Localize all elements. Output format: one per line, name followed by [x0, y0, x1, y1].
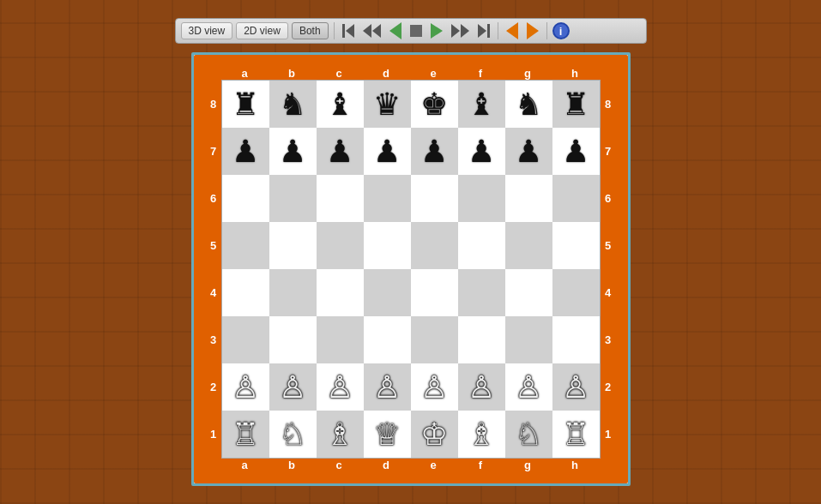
- cell-a3[interactable]: [222, 316, 269, 363]
- rank-label-3-right: 3: [601, 316, 616, 363]
- cell-a8[interactable]: ♜: [222, 81, 269, 128]
- cell-a5[interactable]: [222, 222, 269, 269]
- cell-g7[interactable]: ♟: [505, 128, 552, 175]
- rank-label-2-left: 2: [206, 363, 221, 411]
- cell-e2[interactable]: ♙: [411, 363, 458, 411]
- cell-h3[interactable]: [552, 316, 600, 363]
- info-button[interactable]: i: [552, 22, 570, 39]
- cell-g5[interactable]: [505, 222, 552, 269]
- cell-c1[interactable]: ♗: [317, 411, 364, 458]
- cell-b5[interactable]: [269, 222, 317, 269]
- cell-b4[interactable]: [269, 269, 317, 316]
- piece-c8: ♝: [326, 89, 353, 120]
- cell-b3[interactable]: [269, 316, 317, 363]
- separator-2: [498, 22, 498, 39]
- cell-d2[interactable]: ♙: [364, 363, 411, 411]
- next-move-button[interactable]: [524, 21, 541, 40]
- cell-e4[interactable]: [411, 269, 458, 316]
- cell-c7[interactable]: ♟: [317, 128, 364, 175]
- file-label-b-top: b: [269, 67, 316, 80]
- cell-f8[interactable]: ♝: [458, 81, 505, 128]
- piece-h1: ♖: [562, 419, 589, 450]
- btn-2d-view[interactable]: 2D view: [236, 22, 288, 39]
- cell-e5[interactable]: [411, 222, 458, 269]
- cell-e3[interactable]: [411, 316, 458, 363]
- cell-f7[interactable]: ♟: [458, 128, 505, 175]
- cell-h2[interactable]: ♙: [552, 363, 600, 411]
- cell-d5[interactable]: [364, 222, 411, 269]
- cell-f4[interactable]: [458, 269, 505, 316]
- stop-button[interactable]: [407, 24, 425, 38]
- piece-e7: ♟: [420, 136, 448, 167]
- rewind-button[interactable]: [360, 23, 383, 39]
- rank-label-8-right: 8: [601, 81, 616, 128]
- cell-b8[interactable]: ♞: [269, 81, 317, 128]
- cell-c8[interactable]: ♝: [317, 81, 364, 128]
- cell-h5[interactable]: [552, 222, 600, 269]
- cell-b6[interactable]: [269, 175, 317, 222]
- cell-a7[interactable]: ♟: [222, 128, 269, 175]
- cell-c4[interactable]: [317, 269, 364, 316]
- cell-b1[interactable]: ♘: [269, 411, 317, 458]
- fast-forward-button[interactable]: [449, 23, 472, 39]
- cell-f5[interactable]: [458, 222, 505, 269]
- cell-a6[interactable]: [222, 175, 269, 222]
- cell-g3[interactable]: [505, 316, 552, 363]
- cell-a1[interactable]: ♖: [222, 411, 269, 458]
- cell-e6[interactable]: [411, 175, 458, 222]
- piece-g7: ♟: [515, 136, 542, 167]
- chess-board: ♜♞♝♛♚♝♞♜♟♟♟♟♟♟♟♟♙♙♙♙♙♙♙♙♖♘♗♕♔♗♘♖: [221, 80, 601, 459]
- cell-c3[interactable]: [317, 316, 364, 363]
- cell-h1[interactable]: ♖: [552, 411, 600, 458]
- cell-f1[interactable]: ♗: [458, 411, 505, 458]
- cell-c6[interactable]: [317, 175, 364, 222]
- cell-d4[interactable]: [364, 269, 411, 316]
- cell-g6[interactable]: [505, 175, 552, 222]
- prev-move-button[interactable]: [504, 21, 521, 40]
- cell-f2[interactable]: ♙: [458, 363, 505, 411]
- cell-d7[interactable]: ♟: [364, 128, 411, 175]
- cell-b7[interactable]: ♟: [269, 128, 317, 175]
- cell-d3[interactable]: [364, 316, 411, 363]
- rank-label-2-right: 2: [601, 363, 616, 411]
- piece-a2: ♙: [232, 372, 259, 403]
- cell-h6[interactable]: [552, 175, 600, 222]
- cell-c2[interactable]: ♙: [317, 363, 364, 411]
- piece-c7: ♟: [326, 136, 353, 167]
- cell-e8[interactable]: ♚: [411, 81, 458, 128]
- cell-a2[interactable]: ♙: [222, 363, 269, 411]
- rank-label-4-left: 4: [206, 269, 221, 316]
- skip-start-button[interactable]: [340, 23, 357, 39]
- board-container: a b c d e f g h 8 7 6 5 4 3 2 1: [194, 55, 628, 483]
- cell-f6[interactable]: [458, 175, 505, 222]
- cell-g8[interactable]: ♞: [505, 81, 552, 128]
- piece-d8: ♛: [373, 89, 401, 120]
- play-forward-button[interactable]: [428, 22, 445, 39]
- btn-3d-view[interactable]: 3D view: [181, 22, 233, 39]
- cell-h8[interactable]: ♜: [552, 81, 600, 128]
- cell-h4[interactable]: [552, 269, 600, 316]
- cell-d1[interactable]: ♕: [364, 411, 411, 458]
- cell-g4[interactable]: [505, 269, 552, 316]
- cell-f3[interactable]: [458, 316, 505, 363]
- piece-g8: ♞: [515, 89, 542, 120]
- cell-g2[interactable]: ♙: [505, 363, 552, 411]
- top-file-labels: a b c d e f g h: [221, 67, 616, 80]
- file-label-h-top: h: [552, 67, 599, 80]
- cell-h7[interactable]: ♟: [552, 128, 600, 175]
- cell-d8[interactable]: ♛: [364, 81, 411, 128]
- left-rank-labels: 8 7 6 5 4 3 2 1: [206, 81, 221, 458]
- cell-e7[interactable]: ♟: [411, 128, 458, 175]
- play-back-button[interactable]: [387, 21, 404, 40]
- piece-c2: ♙: [326, 372, 353, 403]
- rank-label-3-left: 3: [206, 316, 221, 363]
- btn-both[interactable]: Both: [292, 22, 329, 39]
- cell-b2[interactable]: ♙: [269, 363, 317, 411]
- cell-d6[interactable]: [364, 175, 411, 222]
- cell-c5[interactable]: [317, 222, 364, 269]
- piece-f1: ♗: [468, 419, 495, 450]
- cell-a4[interactable]: [222, 269, 269, 316]
- cell-e1[interactable]: ♔: [411, 411, 458, 458]
- skip-end-button[interactable]: [475, 23, 492, 39]
- cell-g1[interactable]: ♘: [505, 411, 552, 458]
